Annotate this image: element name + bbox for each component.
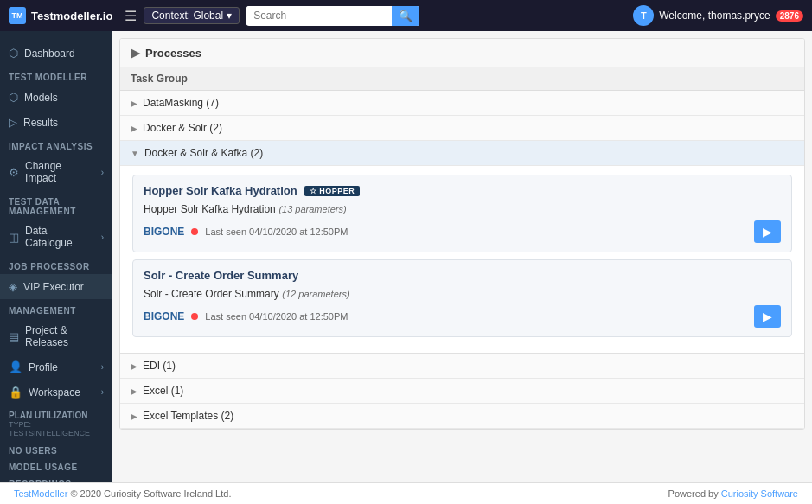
status-dot-solr bbox=[191, 313, 198, 320]
sidebar-label-models: Models bbox=[24, 92, 58, 104]
caret-icon: ▶ bbox=[131, 99, 137, 108]
context-label: Context: Global bbox=[151, 10, 223, 22]
row-excel[interactable]: ▶ Excel (1) bbox=[120, 379, 804, 404]
footer-powered-by: Powered by bbox=[668, 488, 721, 499]
status-dot bbox=[191, 228, 198, 235]
caret-icon: ▼ bbox=[131, 149, 139, 158]
project-releases-icon: ▤ bbox=[9, 330, 19, 343]
sidebar-item-workspace[interactable]: 🔒 Workspace › bbox=[0, 380, 112, 405]
sidebar-item-change-impact[interactable]: ⚙ Change Impact › bbox=[0, 154, 112, 190]
last-seen-hopper: Last seen 04/10/2020 at 12:50PM bbox=[205, 226, 348, 237]
bigone-label-solr: BIGONE bbox=[144, 310, 184, 322]
sidebar-item-vip-executor[interactable]: ◈ VIP Executor bbox=[0, 274, 112, 299]
row-docker-solr[interactable]: ▶ Docker & Solr (2) bbox=[120, 116, 804, 141]
task-sub-info: Hopper Solr Kafka Hydration (13 paramete… bbox=[144, 202, 347, 215]
sidebar-label-profile: Profile bbox=[29, 361, 58, 373]
top-nav: TM Testmodeller.io ☰ Context: Global ▾ 🔍… bbox=[0, 0, 812, 31]
task-card-title-solr: Solr - Create Order Summary bbox=[144, 269, 781, 282]
row-label-data-masking: DataMasking (7) bbox=[143, 97, 219, 109]
chevron-icon: › bbox=[101, 233, 104, 242]
stat-no-users: No Users bbox=[0, 443, 112, 459]
sidebar-label-dashboard: Dashboard bbox=[24, 48, 75, 60]
sidebar-item-models[interactable]: ⬡ Models bbox=[0, 85, 112, 110]
row-label-edi: EDI (1) bbox=[143, 360, 176, 372]
plan-section: Plan Utilization Type: TestsIntelligence bbox=[0, 405, 112, 443]
run-button-hopper[interactable]: ▶ bbox=[754, 220, 781, 243]
task-run-row-hopper: BIGONE Last seen 04/10/2020 at 12:50PM ▶ bbox=[144, 220, 781, 243]
row-docker-solr-kafka[interactable]: ▼ Docker & Solr & Kafka (2) bbox=[120, 141, 804, 166]
profile-icon: 👤 bbox=[9, 360, 22, 373]
task-sub-row-hopper: Hopper Solr Kafka Hydration (13 paramete… bbox=[144, 202, 781, 215]
section-label-job-processor: Job Processor bbox=[0, 255, 112, 274]
footer-curiosity-link[interactable]: Curiosity Software bbox=[721, 488, 798, 499]
row-data-masking[interactable]: ▶ DataMasking (7) bbox=[120, 91, 804, 116]
hopper-badge: ☆ HOPPER bbox=[304, 186, 361, 196]
task-sub-title-hopper: Hopper Solr Kafka Hydration bbox=[144, 203, 276, 215]
notification-badge[interactable]: 2876 bbox=[776, 10, 803, 22]
last-seen-solr: Last seen 04/10/2020 at 12:50PM bbox=[205, 311, 348, 322]
footer: TestModeller © 2020 Curiosity Software I… bbox=[0, 482, 812, 504]
models-icon: ⬡ bbox=[9, 91, 18, 104]
chevron-icon: › bbox=[101, 168, 104, 177]
processes-label: Processes bbox=[145, 47, 201, 60]
task-group-header: Task Group bbox=[120, 67, 804, 91]
stat-model-usage: Model Usage bbox=[0, 459, 112, 475]
context-chevron-icon: ▾ bbox=[227, 10, 232, 22]
brand-icon: TM bbox=[9, 7, 26, 24]
expanded-content: Hopper Solr Kafka Hydration ☆ HOPPER Hop… bbox=[120, 166, 804, 354]
vip-executor-icon: ◈ bbox=[9, 280, 17, 293]
section-label-test-modeller: Test Modeller bbox=[0, 66, 112, 85]
row-edi[interactable]: ▶ EDI (1) bbox=[120, 354, 804, 379]
footer-brand-link[interactable]: TestModeller bbox=[14, 488, 67, 499]
processes-icon: ▶ bbox=[131, 46, 140, 60]
sidebar-label-results: Results bbox=[23, 117, 58, 129]
change-impact-icon: ⚙ bbox=[9, 166, 19, 179]
task-card-solr: Solr - Create Order Summary Solr - Creat… bbox=[132, 259, 792, 337]
sidebar-item-project-releases[interactable]: ▤ Project & Releases bbox=[0, 318, 112, 354]
processes-header: ▶ Processes bbox=[120, 39, 804, 67]
sidebar-label-workspace: Workspace bbox=[29, 386, 80, 399]
sidebar-item-results[interactable]: ▷ Results bbox=[0, 110, 112, 135]
row-label-excel: Excel (1) bbox=[143, 385, 183, 397]
sidebar: ⬡ Dashboard Test Modeller ⬡ Models ▷ Res… bbox=[0, 31, 112, 482]
content-inner: ▶ Processes Task Group ▶ DataMasking (7)… bbox=[119, 38, 805, 430]
brand: TM Testmodeller.io bbox=[9, 7, 112, 24]
sidebar-label-vip-executor: VIP Executor bbox=[23, 281, 84, 293]
bigone-label: BIGONE bbox=[144, 226, 184, 238]
row-excel-templates[interactable]: ▶ Excel Templates (2) bbox=[120, 404, 804, 429]
avatar: T bbox=[633, 5, 654, 26]
task-params-hopper: (13 parameters) bbox=[278, 204, 346, 214]
section-label-dashboard bbox=[0, 31, 112, 41]
search-input[interactable] bbox=[246, 6, 392, 25]
task-params-solr: (12 parameters) bbox=[282, 289, 349, 299]
caret-icon: ▶ bbox=[131, 124, 137, 133]
content-area: ▶ Processes Task Group ▶ DataMasking (7)… bbox=[112, 31, 812, 482]
search-button[interactable]: 🔍 bbox=[392, 6, 419, 26]
task-sub-row-solr: Solr - Create Order Summary (12 paramete… bbox=[144, 287, 781, 300]
hopper-title: Hopper Solr Kafka Hydration bbox=[144, 184, 297, 197]
context-selector[interactable]: Context: Global ▾ bbox=[144, 7, 240, 24]
user-info: T Welcome, thomas.pryce 2876 bbox=[633, 5, 803, 26]
sidebar-label-data-catalogue: Data Catalogue bbox=[25, 225, 95, 249]
user-greeting: Welcome, thomas.pryce bbox=[659, 10, 770, 22]
sidebar-item-data-catalogue[interactable]: ◫ Data Catalogue › bbox=[0, 219, 112, 255]
section-label-tdm: Test Data Management bbox=[0, 190, 112, 219]
section-label-impact: Impact Analysis bbox=[0, 135, 112, 154]
brand-name: Testmodeller.io bbox=[31, 10, 112, 22]
caret-icon: ▶ bbox=[131, 386, 137, 396]
task-run-row-solr: BIGONE Last seen 04/10/2020 at 12:50PM ▶ bbox=[144, 305, 781, 328]
row-label-docker-solr-kafka: Docker & Solr & Kafka (2) bbox=[144, 147, 263, 159]
sidebar-label-change-impact: Change Impact bbox=[25, 160, 95, 184]
run-button-solr[interactable]: ▶ bbox=[754, 305, 781, 328]
data-catalogue-icon: ◫ bbox=[9, 231, 19, 244]
section-label-management: Management bbox=[0, 299, 112, 318]
hamburger-icon[interactable]: ☰ bbox=[125, 8, 137, 24]
dashboard-icon: ⬡ bbox=[9, 47, 18, 60]
row-label-excel-templates: Excel Templates (2) bbox=[143, 410, 233, 422]
sidebar-item-profile[interactable]: 👤 Profile › bbox=[0, 354, 112, 380]
task-sub-info-solr: Solr - Create Order Summary (12 paramete… bbox=[144, 287, 350, 300]
sidebar-item-dashboard[interactable]: ⬡ Dashboard bbox=[0, 41, 112, 66]
chevron-icon: › bbox=[101, 387, 104, 397]
row-label-docker-solr: Docker & Solr (2) bbox=[143, 122, 222, 134]
footer-suffix: © 2020 Curiosity Software Ireland Ltd. bbox=[67, 488, 231, 499]
